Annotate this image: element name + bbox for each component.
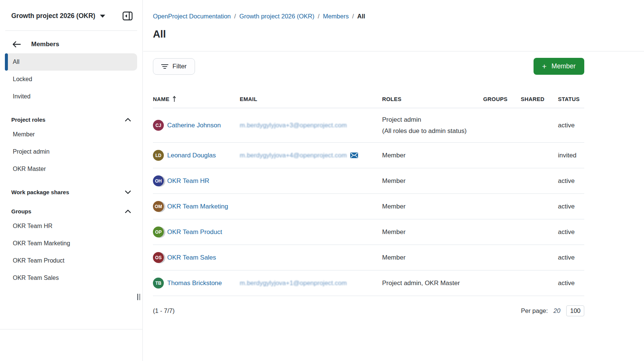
pagination-range: (1 - 7/7)	[153, 307, 175, 314]
member-name-link[interactable]: Catherine Johnson	[167, 122, 221, 129]
group-avatar: OP	[153, 227, 164, 237]
section-work-package-shares-title: Work package shares	[11, 189, 69, 195]
group-avatar: OM	[153, 201, 164, 212]
page-title: All	[153, 29, 644, 40]
project-selector[interactable]: Growth project 2026 (OKR)	[11, 12, 105, 20]
per-page-option-20[interactable]: 20	[553, 307, 560, 314]
table-row: TB Thomas Brickstone m.berdygylyjova+1@o…	[153, 270, 584, 296]
column-header-shared[interactable]: SHARED	[521, 96, 558, 102]
column-header-groups-label: GROUPS	[483, 96, 508, 102]
sidebar-bottom-divider	[0, 329, 142, 329]
collapse-sidebar-button[interactable]	[122, 11, 133, 21]
groups-items: OKR Team HR OKR Team Marketing OKR Team …	[5, 218, 137, 287]
table-row: CJ Catherine Johnson m.berdygylyjova+3@o…	[153, 108, 584, 143]
member-roles: Project admin, OKR Master	[382, 278, 483, 289]
column-header-status-label: STATUS	[558, 96, 580, 102]
member-roles: Member	[382, 175, 483, 187]
table-row: OM OKR Team Marketing Member active	[153, 194, 584, 219]
breadcrumb-link-project[interactable]: Growth project 2026 (OKR)	[239, 13, 314, 20]
column-header-name[interactable]: NAME	[153, 96, 240, 102]
sidebar-item-locked[interactable]: Locked	[5, 71, 137, 88]
breadcrumb-separator: /	[318, 13, 320, 20]
section-work-package-shares[interactable]: Work package shares	[11, 185, 131, 197]
sidebar-item-group-okr-team-hr[interactable]: OKR Team HR	[5, 218, 137, 235]
status-badge: active	[558, 228, 584, 236]
member-email-link[interactable]: m.berdygylyjova+3@openproject.com	[240, 122, 347, 129]
sidebar-item-invited[interactable]: Invited	[5, 88, 137, 105]
sidebar-item-group-okr-team-sales[interactable]: OKR Team Sales	[5, 269, 137, 287]
column-header-roles[interactable]: ROLES	[382, 96, 483, 102]
filter-icon	[161, 64, 168, 69]
status-badge: active	[558, 122, 584, 129]
sidebar-item-all[interactable]: All	[5, 53, 137, 71]
per-page-option-100[interactable]: 100	[566, 305, 584, 316]
sort-ascending-icon	[172, 96, 176, 102]
members-table: NAME EMAIL ROLES GROUPS SHARED STATUS	[153, 96, 584, 296]
member-email-link[interactable]: m.berdygylyjova+1@openproject.com	[240, 279, 347, 287]
member-roles: Member	[382, 227, 483, 238]
status-badge: active	[558, 279, 584, 287]
member-name-link[interactable]: OKR Team Product	[167, 228, 222, 236]
table-row: LD Leonard Douglas m.berdygylyjova+4@ope…	[153, 143, 584, 168]
arrow-left-icon	[12, 41, 21, 48]
project-selector-label: Growth project 2026 (OKR)	[11, 12, 95, 20]
breadcrumb-link-openproject-documentation[interactable]: OpenProject Documentation	[153, 13, 231, 20]
invitation-mail-icon	[350, 153, 358, 158]
table-row: OP OKR Team Product Member active	[153, 219, 584, 245]
column-header-name-label: NAME	[153, 96, 169, 102]
column-header-email[interactable]: EMAIL	[240, 96, 382, 102]
section-project-roles[interactable]: Project roles	[11, 113, 131, 124]
member-name-link[interactable]: Leonard Douglas	[167, 152, 216, 159]
status-badge: active	[558, 254, 584, 261]
column-header-email-label: EMAIL	[240, 96, 257, 102]
main-content: OpenProject Documentation/Growth project…	[143, 0, 644, 361]
column-header-status[interactable]: STATUS	[558, 96, 584, 102]
sidebar: Growth project 2026 (OKR) Members A	[0, 0, 143, 361]
member-roles: Member	[382, 201, 483, 212]
section-groups[interactable]: Groups	[11, 204, 131, 216]
sidebar-item-group-okr-team-product[interactable]: OKR Team Product	[5, 252, 137, 269]
back-button[interactable]	[12, 41, 21, 48]
toolbar: Filter + Member	[153, 58, 584, 75]
member-email-link[interactable]: m.berdygylyjova+4@openproject.com	[240, 152, 347, 159]
status-badge: active	[558, 203, 584, 210]
table-footer: (1 - 7/7) Per page: 20 100	[153, 305, 584, 316]
member-roles: Project admin (All roles due to admin st…	[382, 114, 483, 137]
group-avatar: OS	[153, 252, 164, 263]
chevron-down-icon	[100, 15, 105, 18]
column-header-groups[interactable]: GROUPS	[483, 96, 521, 102]
filter-button-label: Filter	[172, 63, 187, 70]
filter-button[interactable]: Filter	[153, 58, 195, 75]
collapse-sidebar-icon	[122, 11, 133, 21]
table-row: OS OKR Team Sales Member active	[153, 245, 584, 270]
sidebar-item-group-okr-team-marketing[interactable]: OKR Team Marketing	[5, 235, 137, 252]
table-header-row: NAME EMAIL ROLES GROUPS SHARED STATUS	[153, 96, 584, 108]
sidebar-item-role-member[interactable]: Member	[5, 126, 137, 143]
table-row: OH OKR Team HR Member active	[153, 168, 584, 194]
add-member-button-label: Member	[552, 62, 576, 70]
member-name-link[interactable]: Thomas Brickstone	[167, 279, 222, 287]
member-roles: Member	[382, 252, 483, 263]
project-roles-items: Member Project admin OKR Master	[5, 126, 137, 178]
member-name-link[interactable]: OKR Team Marketing	[167, 203, 228, 210]
breadcrumb-separator: /	[234, 13, 236, 20]
avatar: CJ	[153, 120, 164, 131]
avatar: TB	[153, 278, 164, 288]
breadcrumb-separator: /	[352, 13, 354, 20]
breadcrumb: OpenProject Documentation/Growth project…	[153, 0, 644, 20]
chevron-down-icon	[125, 190, 131, 194]
status-badge: invited	[558, 152, 584, 159]
breadcrumb-link-members[interactable]: Members	[323, 13, 349, 20]
header-divider	[143, 51, 644, 51]
sidebar-item-role-okr-master[interactable]: OKR Master	[5, 160, 137, 178]
members-filter-nav: All Locked Invited	[5, 53, 137, 105]
chevron-up-icon	[125, 118, 131, 122]
member-name-link[interactable]: OKR Team HR	[167, 177, 209, 185]
member-roles: Member	[382, 150, 483, 161]
sidebar-resize-handle[interactable]	[137, 294, 140, 300]
status-badge: active	[558, 177, 584, 185]
add-member-button[interactable]: + Member	[534, 58, 584, 75]
sidebar-item-role-project-admin[interactable]: Project admin	[5, 143, 137, 160]
member-name-link[interactable]: OKR Team Sales	[167, 254, 216, 261]
group-avatar: OH	[153, 175, 164, 186]
